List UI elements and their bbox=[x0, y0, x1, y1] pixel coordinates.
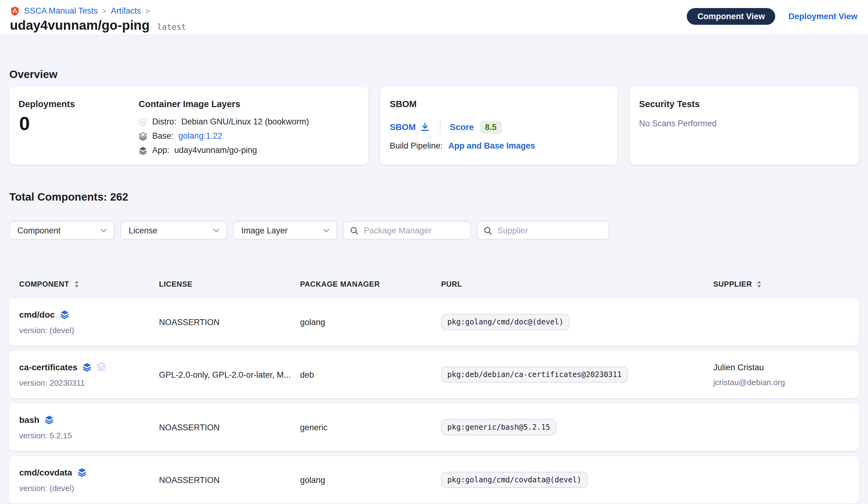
layer-distro-label: Distro: bbox=[152, 117, 176, 126]
layers-blue-dashed-icon bbox=[96, 362, 106, 372]
breadcrumb-link-artifacts[interactable]: Artifacts bbox=[111, 6, 141, 16]
package-manager-search bbox=[343, 221, 471, 240]
component-view-button[interactable]: Component View bbox=[687, 8, 775, 25]
component-name: cmd/covdata bbox=[19, 467, 72, 477]
component-filter-label: Component bbox=[17, 226, 61, 235]
column-header-license-label: LICENSE bbox=[159, 280, 193, 289]
supplier-cell bbox=[713, 456, 852, 503]
supplier-cell bbox=[713, 404, 852, 451]
layers-blue-icon bbox=[60, 310, 69, 319]
package-manager-value: golang bbox=[300, 317, 435, 326]
base-image-link[interactable]: golang:1.22 bbox=[178, 131, 222, 141]
column-header-component[interactable]: COMPONENT bbox=[19, 280, 79, 289]
breadcrumb-separator: > bbox=[145, 7, 150, 15]
supplier-cell: Julien Cristau jcristau@debian.org bbox=[713, 351, 852, 398]
component-cell: bash version: 5.2.15 bbox=[19, 404, 152, 451]
sbom-score-label: Score bbox=[450, 122, 474, 132]
column-header-component-label: COMPONENT bbox=[19, 280, 69, 289]
component-version: version: 20230311 bbox=[19, 378, 152, 387]
artifact-tag: latest bbox=[157, 22, 186, 32]
column-header-package-manager: PACKAGE MANAGER bbox=[300, 280, 380, 289]
table-row: bash version: 5.2.15 NOASSERTION generic… bbox=[9, 404, 859, 451]
supplier-email: jcristau@debian.org bbox=[713, 377, 852, 387]
license-value: NOASSERTION bbox=[159, 475, 292, 484]
overview-cards: Deployments 0 Container Image Layers bbox=[9, 87, 859, 165]
sbom-download-link[interactable]: SBOM bbox=[390, 122, 430, 132]
license-value: GPL-2.0-only, GPL-2.0-or-later, M... bbox=[159, 370, 292, 379]
license-value: NOASSERTION bbox=[159, 317, 292, 326]
column-header-supplier-label: SUPPLIER bbox=[713, 280, 752, 289]
view-toggle: Component View Deployment View bbox=[687, 8, 857, 25]
deployments-layers-card: Deployments 0 Container Image Layers bbox=[9, 87, 368, 165]
supplier-cell bbox=[713, 299, 852, 345]
image-layer-filter-dropdown[interactable]: Image Layer bbox=[233, 221, 337, 240]
column-header-purl-label: PURL bbox=[441, 280, 462, 289]
purl-chip: pkg:deb/debian/ca-certificates@20230311 bbox=[441, 366, 628, 383]
sbom-card-title: SBOM bbox=[390, 99, 417, 109]
layer-row-base: Base: golang:1.22 bbox=[138, 131, 309, 141]
components-table-body: cmd/doc version: (devel) NOASSERTION gol… bbox=[9, 299, 859, 503]
license-filter-dropdown[interactable]: License bbox=[121, 221, 227, 240]
download-icon[interactable] bbox=[421, 123, 430, 131]
divider bbox=[440, 120, 441, 134]
sort-icon[interactable] bbox=[757, 281, 762, 288]
component-version: version: (devel) bbox=[19, 483, 152, 493]
package-manager-search-input[interactable] bbox=[363, 225, 464, 235]
overview-heading: Overview bbox=[9, 68, 859, 80]
build-pipeline-link[interactable]: App and Base Images bbox=[448, 141, 535, 150]
layers-outline-dashed-icon bbox=[138, 117, 147, 126]
column-header-supplier[interactable]: SUPPLIER bbox=[713, 280, 762, 289]
component-name: ca-certificates bbox=[19, 362, 78, 372]
module-shield-icon bbox=[10, 6, 20, 16]
component-cell: ca-certificates version: 20230311 bbox=[19, 351, 152, 398]
supplier-search bbox=[477, 221, 609, 240]
supplier-name: Julien Cristau bbox=[713, 363, 852, 372]
component-name: bash bbox=[19, 414, 39, 424]
layers-label: Container Image Layers bbox=[138, 99, 309, 109]
column-header-package-manager-label: PACKAGE MANAGER bbox=[300, 280, 380, 289]
layer-app-value: uday4vunnam/go-ping bbox=[175, 145, 257, 155]
build-pipeline-row: Build Pipeline: App and Base Images bbox=[390, 141, 535, 150]
total-components-heading: Total Components: 262 bbox=[9, 191, 859, 203]
main-content: Overview Deployments 0 Container Image L… bbox=[0, 68, 868, 503]
chevron-down-icon bbox=[213, 228, 220, 232]
component-version: version: (devel) bbox=[19, 325, 152, 335]
chevron-down-icon bbox=[100, 228, 107, 232]
sbom-row: SBOM Score 8.5 bbox=[390, 120, 502, 134]
top-bar: SSCA Manual Tests > Artifacts > uday4vun… bbox=[0, 0, 868, 35]
layers-blue-icon bbox=[44, 415, 53, 424]
package-manager-value: golang bbox=[300, 475, 435, 484]
breadcrumb-separator: > bbox=[102, 7, 106, 15]
column-header-purl: PURL bbox=[441, 280, 462, 289]
package-manager-value: deb bbox=[300, 370, 435, 379]
column-header-license: LICENSE bbox=[159, 280, 193, 289]
sort-icon[interactable] bbox=[74, 281, 79, 288]
search-icon bbox=[350, 226, 358, 234]
purl-chip: pkg:generic/bash@5.2.15 bbox=[441, 419, 556, 435]
layer-distro-value: Debian GNU/Linux 12 (bookworm) bbox=[181, 117, 309, 126]
license-value: NOASSERTION bbox=[159, 423, 292, 432]
layers-filled-icon bbox=[138, 146, 147, 154]
component-name: cmd/doc bbox=[19, 309, 55, 319]
breadcrumb-link-ssca[interactable]: SSCA Manual Tests bbox=[24, 6, 98, 16]
sbom-card: SBOM SBOM Score 8.5 Build bbox=[381, 87, 618, 165]
build-pipeline-label: Build Pipeline: bbox=[390, 141, 443, 150]
supplier-search-input[interactable] bbox=[496, 225, 602, 235]
search-icon bbox=[484, 226, 492, 234]
layers-half-filled-icon bbox=[138, 132, 147, 140]
layer-row-app: App: uday4vunnam/go-ping bbox=[138, 145, 309, 155]
deployment-view-link[interactable]: Deployment View bbox=[788, 12, 857, 21]
security-tests-status: No Scans Performed bbox=[639, 119, 717, 128]
deployments-count: 0 bbox=[19, 113, 30, 135]
component-filter-dropdown[interactable]: Component bbox=[9, 221, 114, 240]
component-cell: cmd/doc version: (devel) bbox=[19, 299, 152, 345]
sbom-link-label: SBOM bbox=[390, 122, 416, 132]
table-row: cmd/doc version: (devel) NOASSERTION gol… bbox=[9, 299, 859, 345]
chevron-down-icon bbox=[323, 228, 330, 232]
table-row: ca-certificates version: 20230311 GPL-2.… bbox=[9, 351, 859, 398]
component-version: version: 5.2.15 bbox=[19, 431, 152, 440]
license-filter-label: License bbox=[129, 226, 157, 235]
sbom-score-badge: 8.5 bbox=[480, 120, 502, 133]
page-title: uday4vunnam/go-ping bbox=[10, 18, 150, 33]
component-cell: cmd/covdata version: (devel) bbox=[19, 456, 152, 503]
